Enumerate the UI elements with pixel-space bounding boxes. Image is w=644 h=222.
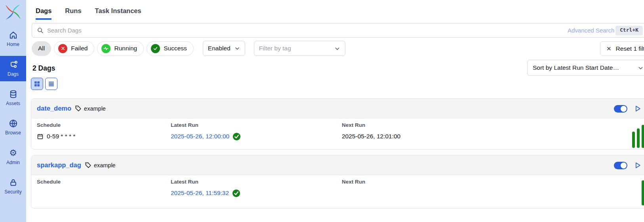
dag-enabled-toggle[interactable] (614, 105, 627, 113)
chip-label: Success (164, 45, 187, 52)
tab-runs[interactable]: Runs (65, 7, 81, 20)
tag-filter-select[interactable]: Filter by tag (254, 41, 345, 56)
run-success-badge (232, 132, 241, 141)
tag-icon (85, 162, 91, 168)
reset-filters-button[interactable]: ✕ Reset 1 filter (600, 41, 644, 56)
dag-search-bar: Advanced Search Ctrl+K (32, 23, 644, 38)
sidebar-item-dags[interactable]: Dags (0, 56, 26, 81)
chevron-down-icon (638, 65, 644, 73)
sidebar-item-label: Dags (8, 71, 19, 77)
top-tabs: Dags Runs Task Instances (36, 7, 141, 20)
dag-card-body: Schedule Latest Run 2025-05-26, 11:59:32… (31, 175, 644, 208)
sidebar-item-label: Assets (6, 101, 20, 106)
next-run-value: 2025-05-26, 12:01:00 (342, 133, 400, 140)
globe-icon (9, 119, 18, 128)
dag-name-link[interactable]: sparkapp_dag (37, 161, 81, 169)
chip-label: Failed (71, 45, 88, 52)
card-view-button[interactable] (31, 78, 43, 90)
dag-run-bar[interactable] (632, 132, 635, 148)
next-run-column: Next Run (342, 179, 644, 208)
latest-run-column: Latest Run 2025-05-26, 12:00:00 (171, 122, 342, 149)
reset-button-label: Reset 1 filter (616, 45, 644, 52)
tag-icon (75, 105, 82, 112)
dag-tag-label: example (94, 162, 116, 168)
dag-run-bar[interactable] (637, 128, 640, 148)
tab-dags[interactable]: Dags (36, 7, 51, 20)
sidebar-nav: Home Dags Assets Browse (0, 27, 26, 199)
dag-name-link[interactable]: date_demo (37, 105, 71, 112)
latest-run-link[interactable]: 2025-05-26, 12:00:00 (171, 133, 229, 140)
running-pulse-icon (101, 44, 111, 53)
dag-card-body: Schedule 0-59 * * * * Latest Run 2025-05… (31, 119, 644, 149)
dag-card: date_demo example Schedule (31, 98, 644, 149)
search-icon (37, 27, 44, 34)
filter-chip-running[interactable]: Running (97, 41, 144, 56)
next-run-label: Next Run (342, 122, 644, 128)
chip-label: All (38, 45, 45, 52)
schedule-column: Schedule 0-59 * * * * (37, 122, 171, 149)
sidebar-item-security[interactable]: Security (0, 174, 26, 199)
sidebar-item-home[interactable]: Home (0, 27, 26, 52)
sidebar-item-label: Admin (6, 160, 20, 165)
enabled-select-value: Enabled (208, 45, 231, 52)
chevron-down-icon (234, 46, 240, 51)
sidebar-item-label: Browse (5, 130, 21, 136)
dag-run-bar[interactable] (642, 125, 644, 148)
dag-branch-icon (8, 60, 18, 69)
dag-enabled-toggle[interactable] (614, 162, 627, 169)
schedule-label: Schedule (37, 122, 171, 128)
home-icon (9, 31, 18, 40)
sidebar-item-assets[interactable]: Assets (0, 86, 26, 111)
sort-select[interactable]: Sort by Latest Run Start Date… (527, 60, 644, 76)
dag-run-bar[interactable] (642, 180, 644, 205)
trigger-dag-button[interactable] (634, 161, 642, 169)
lock-icon (9, 178, 18, 187)
dag-card-header: sparkapp_dag example (31, 155, 644, 175)
advanced-search-link[interactable]: Advanced Search (568, 27, 614, 34)
latest-run-link[interactable]: 2025-05-26, 11:59:32 (171, 189, 229, 197)
dag-card-header: date_demo example (31, 99, 644, 119)
play-icon (634, 105, 642, 113)
latest-run-column: Latest Run 2025-05-26, 11:59:32 (171, 179, 342, 208)
list-view-icon (48, 80, 55, 87)
trigger-dag-button[interactable] (634, 105, 642, 113)
failed-x-icon (58, 44, 67, 53)
search-input[interactable] (47, 27, 644, 34)
latest-run-label: Latest Run (171, 122, 342, 128)
dag-tag[interactable]: example (85, 162, 116, 168)
dag-tag-label: example (84, 105, 106, 112)
sidebar: Home Dags Assets Browse (0, 0, 26, 222)
close-icon: ✕ (606, 45, 612, 52)
sidebar-item-label: Home (7, 42, 19, 47)
dag-tag[interactable]: example (75, 105, 106, 112)
view-toggle-group (31, 78, 57, 90)
shortcut-badge: Ctrl+K (615, 26, 643, 35)
tab-task-instances[interactable]: Task Instances (95, 7, 141, 20)
success-check-icon (151, 44, 160, 53)
filter-chip-all[interactable]: All (32, 41, 51, 56)
play-icon (634, 161, 642, 169)
list-view-button[interactable] (45, 78, 57, 90)
chevron-down-icon (334, 46, 340, 52)
next-run-label: Next Run (342, 179, 644, 185)
database-icon (9, 90, 18, 99)
run-success-badge (232, 189, 240, 197)
next-run-column: Next Run 2025-05-26, 12:01:00 (342, 122, 644, 149)
schedule-value: 0-59 * * * * (47, 133, 75, 140)
main-content: Dags Runs Task Instances Advanced Search… (26, 0, 644, 222)
filter-chip-success[interactable]: Success (147, 41, 194, 56)
sidebar-item-browse[interactable]: Browse (0, 115, 26, 140)
filter-chip-failed[interactable]: Failed (54, 41, 94, 56)
gear-icon: ⚙ (9, 148, 17, 158)
tag-select-placeholder: Filter by tag (259, 45, 291, 52)
schedule-label: Schedule (37, 179, 171, 185)
run-history-bars (632, 180, 644, 205)
airflow-logo[interactable] (4, 3, 22, 21)
enabled-filter-select[interactable]: Enabled (203, 41, 245, 56)
filter-row: All Failed Running Success Enabled Filte… (32, 41, 345, 56)
dag-card: sparkapp_dag example Schedule Latest Run (31, 155, 644, 209)
grid-view-icon (34, 80, 40, 87)
sidebar-item-admin[interactable]: ⚙ Admin (0, 144, 26, 170)
latest-run-label: Latest Run (171, 179, 342, 185)
calendar-icon (37, 133, 44, 140)
